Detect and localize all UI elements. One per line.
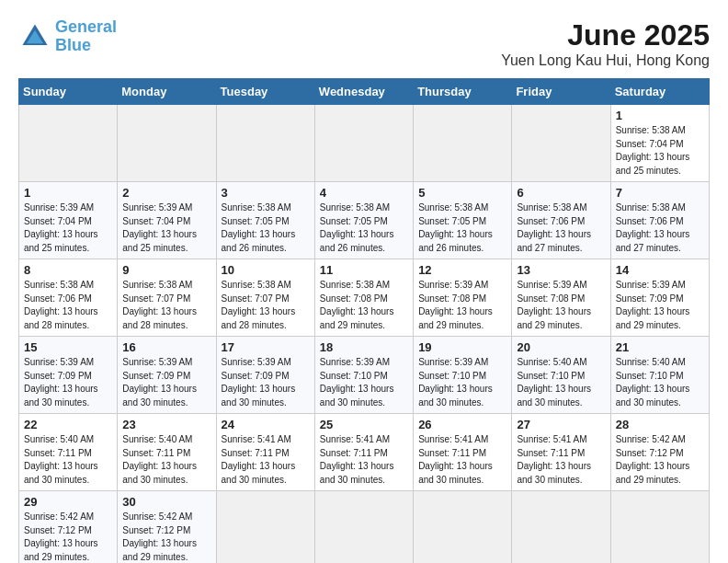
day-info: Sunrise: 5:38 AMSunset: 7:05 PMDaylight:… [320,202,394,253]
calendar-cell: 14 Sunrise: 5:39 AMSunset: 7:09 PMDaylig… [610,259,709,337]
day-number: 15 [24,340,112,354]
header-day-monday: Monday [118,79,216,105]
logo: General Blue [18,18,117,55]
day-number: 20 [517,340,605,354]
calendar-cell [216,105,314,182]
day-info: Sunrise: 5:41 AMSunset: 7:11 PMDaylight:… [418,434,493,485]
calendar-cell: 25 Sunrise: 5:41 AMSunset: 7:11 PMDaylig… [314,414,413,491]
title-area: June 2025 Yuen Long Kau Hui, Hong Kong [501,18,710,69]
header-day-friday: Friday [512,79,610,105]
calendar-cell: 23 Sunrise: 5:40 AMSunset: 7:11 PMDaylig… [118,414,216,491]
calendar-cell: 3 Sunrise: 5:38 AMSunset: 7:05 PMDayligh… [216,182,314,259]
day-info: Sunrise: 5:38 AMSunset: 7:07 PMDaylight:… [222,280,296,330]
day-number: 26 [418,418,506,431]
month-title: June 2025 [501,18,710,52]
day-number: 7 [616,186,704,200]
calendar-week-4: 22 Sunrise: 5:40 AMSunset: 7:11 PMDaylig… [19,414,710,491]
calendar-cell: 22 Sunrise: 5:40 AMSunset: 7:11 PMDaylig… [19,414,118,491]
day-info: Sunrise: 5:42 AMSunset: 7:12 PMDaylight:… [616,434,690,485]
calendar-cell: 1 Sunrise: 5:38 AMSunset: 7:04 PMDayligh… [610,105,709,182]
day-info: Sunrise: 5:41 AMSunset: 7:11 PMDaylight:… [517,434,591,485]
day-number: 6 [517,186,605,200]
logo-line1: General [55,17,117,36]
day-info: Sunrise: 5:39 AMSunset: 7:10 PMDaylight:… [320,357,394,408]
calendar-cell: 9 Sunrise: 5:38 AMSunset: 7:07 PMDayligh… [118,259,216,337]
calendar-cell: 18 Sunrise: 5:39 AMSunset: 7:10 PMDaylig… [314,337,413,414]
calendar-cell: 24 Sunrise: 5:41 AMSunset: 7:11 PMDaylig… [216,414,314,491]
day-info: Sunrise: 5:38 AMSunset: 7:05 PMDaylight:… [222,202,296,253]
day-number: 1 [616,109,704,122]
calendar-week-2: 8 Sunrise: 5:38 AMSunset: 7:06 PMDayligh… [19,259,710,337]
logo-line2: Blue [55,36,91,54]
calendar-cell: 16 Sunrise: 5:39 AMSunset: 7:09 PMDaylig… [118,337,216,414]
calendar-cell: 30 Sunrise: 5:42 AMSunset: 7:12 PMDaylig… [118,491,216,564]
day-number: 9 [122,263,210,277]
day-number: 13 [517,263,605,277]
calendar-cell: 4 Sunrise: 5:38 AMSunset: 7:05 PMDayligh… [314,182,413,259]
day-number: 1 [24,186,112,200]
day-number: 19 [418,340,506,354]
header-day-sunday: Sunday [19,79,118,105]
calendar-cell: 7 Sunrise: 5:38 AMSunset: 7:06 PMDayligh… [610,182,709,259]
calendar-week-0: 1 Sunrise: 5:38 AMSunset: 7:04 PMDayligh… [19,105,710,182]
calendar-cell [216,491,314,564]
day-number: 22 [24,418,112,431]
header-day-wednesday: Wednesday [314,79,413,105]
day-number: 18 [320,340,408,354]
logo-text: General Blue [55,18,117,55]
day-info: Sunrise: 5:38 AMSunset: 7:08 PMDaylight:… [320,280,394,330]
calendar-cell [19,105,118,182]
day-number: 25 [320,418,408,431]
day-number: 16 [122,340,210,354]
day-number: 29 [24,495,112,509]
day-info: Sunrise: 5:39 AMSunset: 7:08 PMDaylight:… [517,280,591,330]
day-info: Sunrise: 5:38 AMSunset: 7:06 PMDaylight:… [24,280,98,330]
calendar-cell: 20 Sunrise: 5:40 AMSunset: 7:10 PMDaylig… [512,337,610,414]
calendar-cell [610,491,709,564]
day-info: Sunrise: 5:40 AMSunset: 7:10 PMDaylight:… [616,357,690,408]
calendar-cell [314,105,413,182]
day-info: Sunrise: 5:38 AMSunset: 7:05 PMDaylight:… [418,202,493,253]
header-day-tuesday: Tuesday [216,79,314,105]
day-number: 27 [517,418,605,431]
calendar-cell: 2 Sunrise: 5:39 AMSunset: 7:04 PMDayligh… [118,182,216,259]
calendar-cell: 11 Sunrise: 5:38 AMSunset: 7:08 PMDaylig… [314,259,413,337]
day-number: 8 [24,263,112,277]
day-info: Sunrise: 5:41 AMSunset: 7:11 PMDaylight:… [320,434,394,485]
day-number: 14 [616,263,704,277]
calendar-cell: 15 Sunrise: 5:39 AMSunset: 7:09 PMDaylig… [19,337,118,414]
calendar-cell: 6 Sunrise: 5:38 AMSunset: 7:06 PMDayligh… [512,182,610,259]
day-number: 17 [222,340,310,354]
calendar-week-3: 15 Sunrise: 5:39 AMSunset: 7:09 PMDaylig… [19,337,710,414]
calendar-week-1: 1 Sunrise: 5:39 AMSunset: 7:04 PMDayligh… [19,182,710,259]
calendar-cell [414,105,512,182]
day-number: 2 [122,186,210,200]
calendar-cell [414,491,512,564]
day-number: 3 [222,186,310,200]
day-info: Sunrise: 5:41 AMSunset: 7:11 PMDaylight:… [222,434,296,485]
day-info: Sunrise: 5:42 AMSunset: 7:12 PMDaylight:… [24,511,98,562]
day-info: Sunrise: 5:39 AMSunset: 7:10 PMDaylight:… [418,357,493,408]
day-info: Sunrise: 5:40 AMSunset: 7:11 PMDaylight:… [24,434,98,485]
calendar-cell: 13 Sunrise: 5:39 AMSunset: 7:08 PMDaylig… [512,259,610,337]
day-number: 28 [616,418,704,431]
logo-icon [18,20,51,53]
day-number: 30 [122,495,210,509]
day-number: 5 [418,186,506,200]
day-number: 10 [222,263,310,277]
day-number: 24 [222,418,310,431]
location-title: Yuen Long Kau Hui, Hong Kong [501,52,710,69]
calendar-week-5: 29 Sunrise: 5:42 AMSunset: 7:12 PMDaylig… [19,491,710,564]
calendar-cell: 17 Sunrise: 5:39 AMSunset: 7:09 PMDaylig… [216,337,314,414]
day-info: Sunrise: 5:39 AMSunset: 7:09 PMDaylight:… [222,357,296,408]
calendar-cell: 28 Sunrise: 5:42 AMSunset: 7:12 PMDaylig… [610,414,709,491]
day-info: Sunrise: 5:38 AMSunset: 7:06 PMDaylight:… [616,202,690,253]
calendar-cell: 8 Sunrise: 5:38 AMSunset: 7:06 PMDayligh… [19,259,118,337]
calendar-cell: 5 Sunrise: 5:38 AMSunset: 7:05 PMDayligh… [414,182,512,259]
day-info: Sunrise: 5:39 AMSunset: 7:04 PMDaylight:… [24,202,98,253]
calendar-cell: 21 Sunrise: 5:40 AMSunset: 7:10 PMDaylig… [610,337,709,414]
day-info: Sunrise: 5:39 AMSunset: 7:09 PMDaylight:… [24,357,98,408]
day-info: Sunrise: 5:39 AMSunset: 7:08 PMDaylight:… [418,280,493,330]
calendar-cell: 27 Sunrise: 5:41 AMSunset: 7:11 PMDaylig… [512,414,610,491]
calendar-table: SundayMondayTuesdayWednesdayThursdayFrid… [18,78,710,563]
